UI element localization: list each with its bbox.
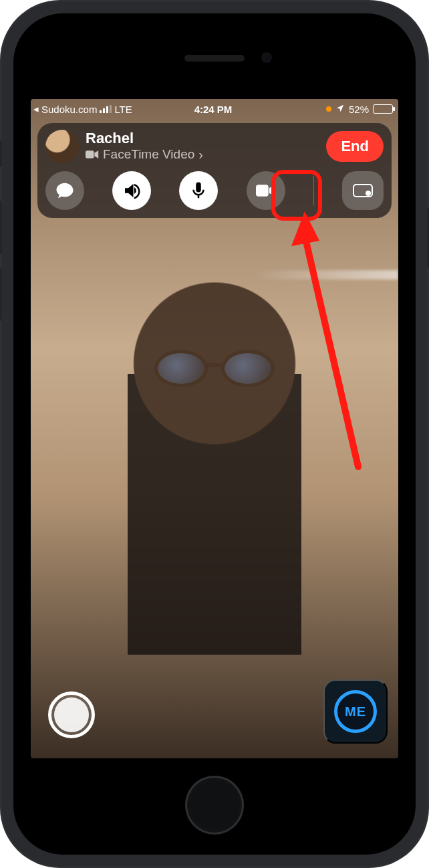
back-to-app-label[interactable]: Sudoku.com: [41, 104, 97, 115]
iphone-device-frame: ◂ Sudoku.com LTE 4:24 PM 52%: [0, 0, 429, 868]
mute-switch: [0, 140, 2, 167]
video-camera-icon: [86, 150, 99, 159]
screen: ◂ Sudoku.com LTE 4:24 PM 52%: [31, 99, 398, 758]
home-button[interactable]: [185, 776, 244, 835]
screen-share-button[interactable]: [342, 171, 384, 210]
location-services-icon: [335, 104, 345, 115]
volume-down-button: [0, 267, 2, 321]
control-divider: [313, 176, 314, 205]
shutter-inner-icon: [54, 697, 89, 732]
caller-name: Rachel: [86, 130, 319, 146]
caller-info[interactable]: Rachel FaceTime Video ›: [86, 130, 319, 162]
remote-video-feed-detail: [154, 350, 275, 387]
microphone-icon: [188, 181, 208, 201]
call-controls-panel: Rachel FaceTime Video › End: [37, 123, 392, 218]
battery-percent: 52%: [349, 104, 369, 115]
network-label: LTE: [114, 104, 132, 115]
messages-button[interactable]: [45, 171, 84, 210]
memoji-label: ME: [345, 704, 366, 720]
call-type-label: FaceTime Video: [103, 147, 194, 162]
clock: 4:24 PM: [194, 104, 233, 115]
volume-up-button: [0, 201, 2, 254]
cellular-signal-icon: [100, 105, 112, 113]
mute-button[interactable]: [179, 171, 218, 210]
capture-photo-button[interactable]: [48, 691, 95, 738]
self-view-tile[interactable]: ME: [323, 679, 388, 744]
back-to-app-caret-icon[interactable]: ◂: [33, 103, 39, 115]
svg-rect-0: [86, 150, 94, 158]
battery-icon: [373, 104, 393, 114]
earpiece-speaker: [184, 55, 245, 62]
end-call-button[interactable]: End: [326, 131, 384, 162]
speaker-button[interactable]: [112, 171, 151, 210]
front-camera: [261, 52, 272, 63]
screen-bezel: ◂ Sudoku.com LTE 4:24 PM 52%: [13, 13, 416, 855]
messages-icon: [55, 181, 75, 201]
svg-point-3: [366, 191, 371, 196]
chevron-right-icon: ›: [198, 147, 203, 162]
video-camera-icon: [256, 181, 276, 201]
screen-share-icon: [353, 181, 373, 201]
call-type-row: FaceTime Video ›: [86, 147, 319, 162]
speaker-icon: [122, 181, 142, 201]
mic-in-use-indicator-icon: [326, 106, 331, 112]
remote-video-feed: [94, 257, 335, 739]
status-bar: ◂ Sudoku.com LTE 4:24 PM 52%: [31, 99, 398, 118]
svg-rect-1: [256, 185, 269, 197]
camera-toggle-button[interactable]: [247, 171, 285, 210]
caller-avatar[interactable]: [45, 130, 79, 163]
memoji-badge: ME: [334, 690, 377, 733]
